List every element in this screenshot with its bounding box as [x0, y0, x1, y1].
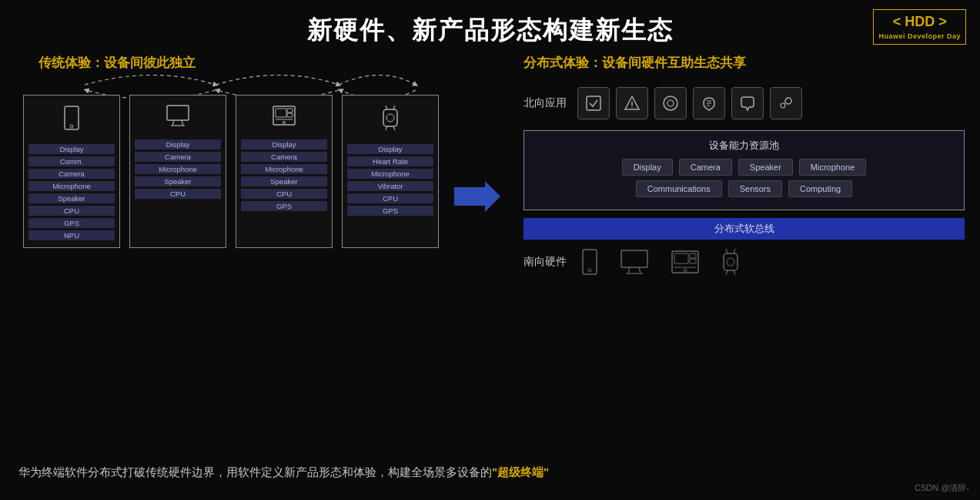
svg-line-32	[639, 267, 641, 273]
pool-title: 设备能力资源池	[535, 139, 953, 153]
svg-point-45	[727, 258, 734, 266]
pool-speaker: Speaker	[738, 159, 793, 176]
spec-cpu-3: CPU	[241, 189, 327, 199]
svg-marker-18	[454, 181, 500, 212]
svg-rect-35	[674, 253, 688, 263]
spec-mic-2: Microphone	[135, 164, 221, 174]
svg-line-31	[628, 267, 630, 273]
svg-rect-7	[276, 109, 286, 117]
spec-heartrate-4: Heart Rate	[347, 156, 433, 166]
svg-point-39	[684, 269, 687, 272]
bottom-text: 华为终端软件分布式打破传统硬件边界，用软件定义新产品形态和体验，构建全场景多设备…	[18, 465, 962, 480]
svg-point-29	[588, 269, 591, 272]
device-phone: Display Comm. Camera Microphone Speaker …	[23, 95, 120, 248]
south-phone-icon	[582, 249, 597, 275]
hdd-logo-sub: Huawei Developer Day	[878, 32, 961, 42]
phone-icon	[63, 105, 80, 136]
app-icon-4	[693, 87, 725, 119]
svg-rect-36	[690, 253, 696, 258]
svg-rect-30	[621, 250, 647, 267]
svg-line-42	[734, 249, 735, 253]
spec-display-1: Display	[28, 144, 115, 154]
devices-row: Display Comm. Camera Microphone Speaker …	[23, 95, 439, 248]
spec-cpu-2: CPU	[135, 189, 221, 199]
transition-arrow	[447, 116, 508, 277]
page-title: 新硬件、新产品形态构建新生态	[0, 0, 980, 48]
north-apps-row: 北向应用	[523, 87, 965, 119]
spec-camera-3: Camera	[241, 152, 327, 162]
south-label: 南向硬件	[523, 255, 570, 269]
svg-point-17	[386, 114, 394, 122]
svg-line-43	[726, 270, 727, 275]
svg-rect-19	[587, 96, 600, 110]
svg-line-41	[726, 249, 727, 253]
pool-camera: Camera	[679, 159, 732, 176]
watermark: CSDN @清辞-	[915, 482, 969, 494]
south-watch-icon	[722, 247, 739, 277]
spec-gps-3: GPS	[241, 201, 327, 211]
dist-bus: 分布式软总线	[523, 218, 965, 240]
svg-point-23	[664, 96, 677, 110]
app-icon-2	[616, 87, 648, 119]
device-watch: Display Heart Rate Microphone Vibrator C…	[342, 95, 439, 248]
spec-gps-1: GPS	[28, 218, 115, 228]
svg-point-11	[283, 122, 286, 124]
svg-line-27	[784, 103, 786, 105]
spec-cpu-4: CPU	[347, 193, 433, 203]
device-tablet: Display Camera Microphone Speaker CPU GP…	[236, 95, 333, 248]
spec-display-4: Display	[347, 144, 433, 154]
spec-speaker-2: Speaker	[135, 176, 221, 186]
app-icon-5	[731, 87, 764, 119]
left-heading: 传统体验：设备间彼此独立	[38, 54, 439, 72]
svg-point-25	[785, 98, 791, 104]
svg-rect-12	[383, 109, 397, 126]
svg-rect-40	[724, 253, 738, 270]
svg-line-3	[172, 120, 174, 126]
spec-cpu-1: CPU	[28, 206, 115, 216]
watch-icon	[382, 105, 399, 136]
device-monitor: Display Camera Microphone Speaker CPU	[129, 95, 226, 248]
pool-computing: Computing	[788, 180, 852, 197]
south-monitor-icon	[620, 250, 648, 274]
monitor-icon	[166, 105, 189, 132]
svg-line-44	[734, 270, 735, 275]
north-label: 北向应用	[523, 96, 570, 110]
south-hardware-row: 南向硬件	[523, 247, 965, 277]
south-icons	[582, 247, 739, 277]
spec-camera-1: Camera	[28, 169, 115, 179]
svg-point-22	[631, 106, 633, 108]
bottom-highlight: "超级终端"	[492, 465, 549, 478]
pool-sensors: Sensors	[728, 180, 782, 197]
svg-line-4	[182, 120, 183, 126]
app-icons-row	[577, 87, 802, 119]
svg-rect-28	[583, 250, 597, 274]
pool-row-1: Display Camera Speaker Microphone	[535, 159, 953, 176]
pool-display: Display	[622, 159, 673, 176]
svg-point-24	[667, 100, 674, 106]
bottom-text-main: 华为终端软件分布式打破传统硬件边界，用软件定义新产品形态和体验，构建全场景多设备…	[18, 465, 492, 478]
spec-vibrator-4: Vibrator	[347, 181, 433, 191]
hdd-logo: < HDD > Huawei Developer Day	[873, 9, 966, 45]
spec-camera-2: Camera	[135, 152, 221, 162]
svg-point-1	[70, 125, 73, 128]
app-icon-6	[770, 87, 802, 119]
svg-rect-2	[167, 106, 189, 120]
spec-display-2: Display	[135, 139, 221, 149]
svg-rect-0	[65, 106, 79, 129]
resource-pool: 设备能力资源池 Display Camera Speaker Microphon…	[523, 130, 965, 210]
spec-mic-3: Microphone	[241, 164, 327, 174]
svg-rect-34	[672, 251, 698, 273]
svg-rect-6	[273, 106, 295, 125]
pool-row-2: Communications Sensors Computing	[535, 180, 953, 197]
pool-microphone: Microphone	[799, 159, 866, 176]
spec-mic-4: Microphone	[347, 169, 433, 179]
spec-gps-4: GPS	[347, 206, 433, 216]
app-icon-1	[577, 87, 610, 119]
svg-rect-9	[287, 113, 293, 117]
hdd-logo-main: < HDD >	[878, 12, 961, 32]
right-heading: 分布式体验：设备间硬件互助生态共享	[523, 54, 965, 72]
spec-npu-1: NPU	[28, 230, 115, 240]
spec-speaker-1: Speaker	[28, 193, 115, 203]
right-section: 分布式体验：设备间硬件互助生态共享 北向应用	[508, 54, 965, 277]
south-tablet-icon	[671, 250, 699, 273]
